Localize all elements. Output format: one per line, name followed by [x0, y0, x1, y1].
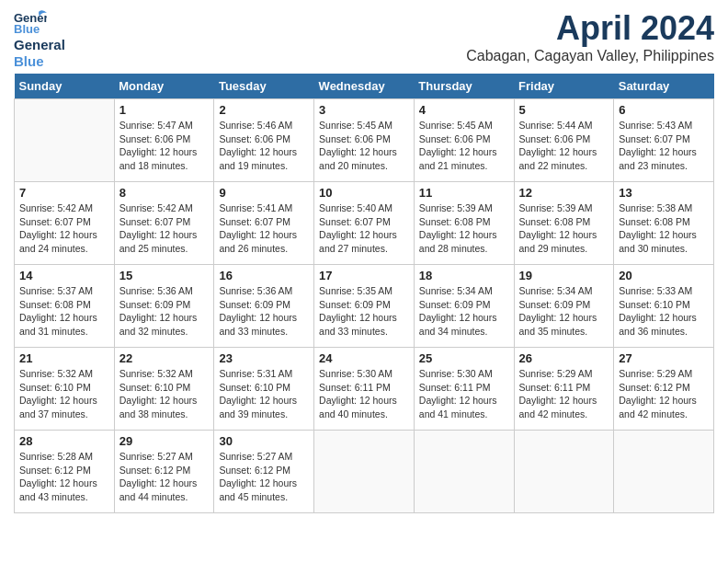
day-info: Sunrise: 5:35 AMSunset: 6:09 PMDaylight:… — [319, 284, 409, 339]
day-number: 28 — [19, 434, 109, 448]
calendar-cell: 9Sunrise: 5:41 AMSunset: 6:07 PMDaylight… — [214, 182, 314, 265]
day-info: Sunrise: 5:36 AMSunset: 6:09 PMDaylight:… — [219, 284, 309, 339]
week-row-1: 1Sunrise: 5:47 AMSunset: 6:06 PMDaylight… — [15, 99, 714, 182]
calendar-cell: 26Sunrise: 5:29 AMSunset: 6:11 PMDayligh… — [514, 348, 614, 431]
calendar-cell: 5Sunrise: 5:44 AMSunset: 6:06 PMDaylight… — [514, 99, 614, 182]
day-number: 11 — [419, 186, 509, 200]
calendar-cell: 28Sunrise: 5:28 AMSunset: 6:12 PMDayligh… — [15, 431, 115, 513]
weekday-header-sunday: Sunday — [15, 74, 115, 99]
calendar-cell: 17Sunrise: 5:35 AMSunset: 6:09 PMDayligh… — [314, 265, 415, 348]
day-info: Sunrise: 5:39 AMSunset: 6:08 PMDaylight:… — [419, 201, 509, 256]
week-row-3: 14Sunrise: 5:37 AMSunset: 6:08 PMDayligh… — [15, 265, 714, 348]
calendar-cell: 21Sunrise: 5:32 AMSunset: 6:10 PMDayligh… — [15, 348, 115, 431]
page-subtitle: Cabagan, Cagayan Valley, Philippines — [466, 48, 714, 64]
calendar-cell: 10Sunrise: 5:40 AMSunset: 6:07 PMDayligh… — [314, 182, 415, 265]
calendar-cell: 8Sunrise: 5:42 AMSunset: 6:07 PMDaylight… — [114, 182, 214, 265]
calendar-cell: 4Sunrise: 5:45 AMSunset: 6:06 PMDaylight… — [414, 99, 514, 182]
weekday-header-thursday: Thursday — [414, 74, 514, 99]
calendar-cell: 7Sunrise: 5:42 AMSunset: 6:07 PMDaylight… — [15, 182, 115, 265]
day-info: Sunrise: 5:32 AMSunset: 6:10 PMDaylight:… — [119, 367, 210, 421]
calendar-cell: 18Sunrise: 5:34 AMSunset: 6:09 PMDayligh… — [414, 265, 514, 348]
day-number: 22 — [119, 351, 210, 365]
day-info: Sunrise: 5:41 AMSunset: 6:07 PMDaylight:… — [219, 201, 309, 256]
day-number: 3 — [319, 103, 409, 117]
weekday-header-friday: Friday — [514, 74, 614, 99]
day-number: 1 — [119, 103, 210, 117]
day-info: Sunrise: 5:39 AMSunset: 6:08 PMDaylight:… — [519, 201, 609, 256]
day-info: Sunrise: 5:31 AMSunset: 6:10 PMDaylight:… — [219, 367, 309, 421]
day-number: 4 — [419, 103, 509, 117]
day-number: 18 — [419, 269, 509, 282]
day-info: Sunrise: 5:36 AMSunset: 6:09 PMDaylight:… — [119, 284, 210, 339]
calendar-cell — [414, 431, 514, 513]
day-info: Sunrise: 5:34 AMSunset: 6:09 PMDaylight:… — [419, 284, 509, 339]
calendar-cell: 22Sunrise: 5:32 AMSunset: 6:10 PMDayligh… — [114, 348, 214, 431]
day-info: Sunrise: 5:34 AMSunset: 6:09 PMDaylight:… — [519, 284, 609, 339]
day-info: Sunrise: 5:44 AMSunset: 6:06 PMDaylight:… — [519, 119, 609, 173]
day-number: 15 — [119, 269, 210, 282]
title-section: April 2024 Cabagan, Cagayan Valley, Phil… — [466, 9, 714, 64]
day-number: 12 — [519, 186, 609, 200]
day-info: Sunrise: 5:46 AMSunset: 6:06 PMDaylight:… — [219, 119, 309, 173]
day-info: Sunrise: 5:38 AMSunset: 6:08 PMDaylight:… — [619, 201, 709, 256]
calendar-cell: 13Sunrise: 5:38 AMSunset: 6:08 PMDayligh… — [614, 182, 714, 265]
day-info: Sunrise: 5:45 AMSunset: 6:06 PMDaylight:… — [419, 119, 509, 173]
calendar-cell — [514, 431, 614, 513]
logo: General Blue General Blue — [14, 9, 65, 70]
day-number: 30 — [219, 434, 309, 448]
logo-general: General — [14, 37, 65, 52]
day-info: Sunrise: 5:30 AMSunset: 6:11 PMDaylight:… — [319, 367, 409, 421]
day-number: 29 — [119, 434, 210, 448]
calendar-cell: 11Sunrise: 5:39 AMSunset: 6:08 PMDayligh… — [414, 182, 514, 265]
day-info: Sunrise: 5:27 AMSunset: 6:12 PMDaylight:… — [219, 450, 309, 504]
calendar-cell: 6Sunrise: 5:43 AMSunset: 6:07 PMDaylight… — [614, 99, 714, 182]
day-number: 25 — [419, 351, 509, 365]
day-info: Sunrise: 5:37 AMSunset: 6:08 PMDaylight:… — [19, 284, 109, 339]
calendar-cell: 1Sunrise: 5:47 AMSunset: 6:06 PMDaylight… — [114, 99, 214, 182]
calendar-cell: 15Sunrise: 5:36 AMSunset: 6:09 PMDayligh… — [114, 265, 214, 348]
day-info: Sunrise: 5:43 AMSunset: 6:07 PMDaylight:… — [619, 119, 709, 173]
calendar-cell: 29Sunrise: 5:27 AMSunset: 6:12 PMDayligh… — [114, 431, 214, 513]
logo-icon: General Blue — [14, 9, 47, 35]
week-row-2: 7Sunrise: 5:42 AMSunset: 6:07 PMDaylight… — [15, 182, 714, 265]
weekday-header-row: SundayMondayTuesdayWednesdayThursdayFrid… — [15, 74, 714, 99]
day-number: 19 — [519, 269, 609, 282]
day-info: Sunrise: 5:32 AMSunset: 6:10 PMDaylight:… — [19, 367, 109, 421]
week-row-5: 28Sunrise: 5:28 AMSunset: 6:12 PMDayligh… — [15, 431, 714, 513]
calendar-cell: 20Sunrise: 5:33 AMSunset: 6:10 PMDayligh… — [614, 265, 714, 348]
calendar-cell: 24Sunrise: 5:30 AMSunset: 6:11 PMDayligh… — [314, 348, 415, 431]
day-number: 23 — [219, 351, 309, 365]
day-info: Sunrise: 5:29 AMSunset: 6:12 PMDaylight:… — [619, 367, 709, 421]
calendar-cell: 30Sunrise: 5:27 AMSunset: 6:12 PMDayligh… — [214, 431, 314, 513]
day-number: 5 — [519, 103, 609, 117]
day-info: Sunrise: 5:47 AMSunset: 6:06 PMDaylight:… — [119, 119, 210, 173]
day-number: 10 — [319, 186, 409, 200]
page-title: April 2024 — [466, 9, 714, 48]
calendar-cell: 27Sunrise: 5:29 AMSunset: 6:12 PMDayligh… — [614, 348, 714, 431]
day-info: Sunrise: 5:33 AMSunset: 6:10 PMDaylight:… — [619, 284, 709, 339]
weekday-header-monday: Monday — [114, 74, 214, 99]
calendar-cell: 3Sunrise: 5:45 AMSunset: 6:06 PMDaylight… — [314, 99, 415, 182]
logo-blue: Blue — [14, 53, 44, 69]
day-info: Sunrise: 5:29 AMSunset: 6:11 PMDaylight:… — [519, 367, 609, 421]
day-number: 13 — [619, 186, 709, 200]
day-number: 6 — [619, 103, 709, 117]
weekday-header-tuesday: Tuesday — [214, 74, 314, 99]
page-header: General Blue General Blue April 2024 Cab… — [14, 9, 714, 70]
calendar-cell: 16Sunrise: 5:36 AMSunset: 6:09 PMDayligh… — [214, 265, 314, 348]
day-number: 14 — [19, 269, 109, 282]
day-number: 2 — [219, 103, 309, 117]
calendar-cell: 12Sunrise: 5:39 AMSunset: 6:08 PMDayligh… — [514, 182, 614, 265]
calendar-cell: 25Sunrise: 5:30 AMSunset: 6:11 PMDayligh… — [414, 348, 514, 431]
day-number: 8 — [119, 186, 210, 200]
calendar-cell: 14Sunrise: 5:37 AMSunset: 6:08 PMDayligh… — [15, 265, 115, 348]
calendar-cell — [314, 431, 415, 513]
day-info: Sunrise: 5:28 AMSunset: 6:12 PMDaylight:… — [19, 450, 109, 504]
calendar-cell: 19Sunrise: 5:34 AMSunset: 6:09 PMDayligh… — [514, 265, 614, 348]
day-info: Sunrise: 5:30 AMSunset: 6:11 PMDaylight:… — [419, 367, 509, 421]
day-number: 16 — [219, 269, 309, 282]
calendar-table: SundayMondayTuesdayWednesdayThursdayFrid… — [14, 74, 714, 513]
calendar-cell — [614, 431, 714, 513]
calendar-cell — [15, 99, 115, 182]
day-number: 7 — [19, 186, 109, 200]
